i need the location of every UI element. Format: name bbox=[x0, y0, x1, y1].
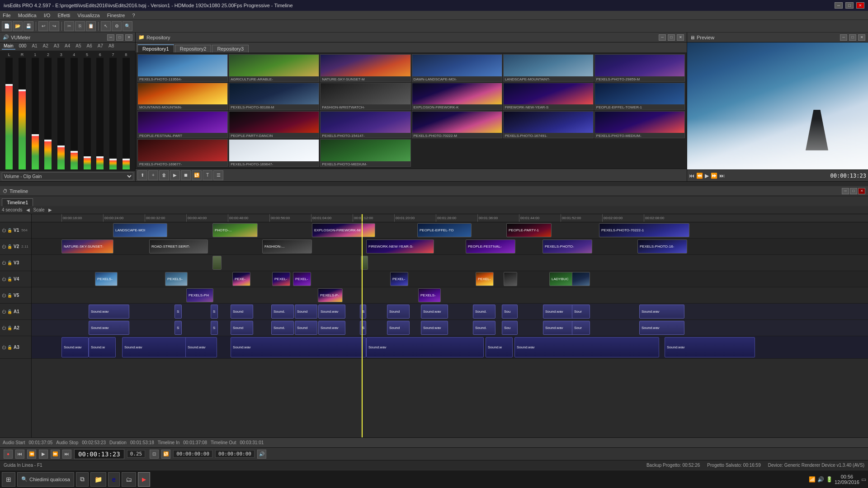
clip-a1-6[interactable]: Sound.wav bbox=[318, 305, 345, 319]
clip-v4-3[interactable]: PEXEL- bbox=[272, 272, 290, 286]
transport-fwd[interactable]: ⏩ bbox=[51, 450, 60, 459]
clip-v4-4[interactable]: PEXEL- bbox=[293, 272, 311, 286]
transport-rewind[interactable]: ⏪ bbox=[27, 450, 36, 459]
clip-a3-0[interactable]: Sound.wav bbox=[61, 337, 89, 357]
clip-a3-1[interactable]: Sound.w bbox=[89, 337, 116, 357]
repo-item-1[interactable]: AGRICULTURE-ARABLE- bbox=[229, 54, 319, 82]
vu-tab-a3[interactable]: A3 bbox=[52, 43, 61, 50]
file-explorer[interactable]: 📁 bbox=[90, 472, 106, 487]
clip-v2-6[interactable]: PEXELS-PHOTO-16- bbox=[637, 239, 687, 253]
a3-lock[interactable]: 🔓 bbox=[7, 345, 12, 350]
clip-v1-1[interactable]: PHOTO-... bbox=[212, 223, 258, 237]
v2-lock[interactable]: 🔓 bbox=[7, 244, 12, 249]
repo-add[interactable]: + bbox=[148, 170, 158, 180]
repo-item-12[interactable]: PEOPLE-FESTIVAL-PART bbox=[137, 111, 228, 139]
clip-a2-9[interactable]: Sound.wav bbox=[421, 321, 448, 335]
v2-power[interactable]: ⏻ bbox=[2, 244, 6, 249]
repo-item-0[interactable]: PEXELS-PHOTO-119564- bbox=[137, 54, 228, 82]
clip-a1-0[interactable]: Sound.wav bbox=[89, 305, 129, 319]
preview-forward[interactable]: ⏩ bbox=[711, 173, 717, 179]
vu-mode-select[interactable]: Volume - Clip Gain bbox=[2, 172, 133, 180]
repo-delete[interactable]: 🗑 bbox=[159, 170, 169, 180]
task-view[interactable]: ⧉ bbox=[76, 472, 89, 487]
scale-left-arrow[interactable]: ◀ bbox=[26, 207, 30, 212]
a3-power[interactable]: ⏻ bbox=[2, 345, 6, 350]
repo-minimize[interactable]: ─ bbox=[659, 34, 666, 41]
clip-a2-10[interactable]: Sound. bbox=[473, 321, 495, 335]
preview-restore[interactable]: □ bbox=[849, 34, 856, 41]
repo-item-5[interactable]: PEXELS-PHOTO-29859-M bbox=[594, 54, 685, 82]
clip-a2-1[interactable]: S bbox=[175, 321, 182, 335]
start-button[interactable]: ⊞ bbox=[2, 472, 15, 487]
volume-icon[interactable]: 🔊 bbox=[817, 476, 824, 483]
clip-a1-9[interactable]: Sound.wav bbox=[421, 305, 448, 319]
transport-snap[interactable]: ⊡ bbox=[150, 450, 159, 459]
clip-a1-8[interactable]: Sound bbox=[387, 305, 410, 319]
clip-a2-8[interactable]: Sound bbox=[387, 321, 410, 335]
clip-a2-5[interactable]: Sound bbox=[295, 321, 317, 335]
clip-a2-3[interactable]: Sound bbox=[231, 321, 253, 335]
repo-item-14[interactable]: PEXELS-PHOTO-154147- bbox=[320, 111, 410, 139]
clip-a1-4[interactable]: Sound. bbox=[271, 305, 294, 319]
clip-v4-7[interactable] bbox=[504, 272, 517, 286]
copy-button[interactable]: ⎘ bbox=[75, 21, 85, 31]
vu-fader[interactable] bbox=[5, 84, 13, 86]
repo-item-10[interactable]: FIREWORK-NEW-YEAR-S bbox=[503, 83, 594, 110]
vu-tab-a4[interactable]: A4 bbox=[63, 43, 72, 50]
undo-button[interactable]: ↩ bbox=[38, 21, 48, 31]
timeline-tab-1[interactable]: Timeline1 bbox=[2, 198, 33, 206]
restore-button[interactable]: □ bbox=[845, 2, 854, 9]
menu-visualizza[interactable]: Visualizza bbox=[77, 13, 99, 18]
repo-close[interactable]: ✕ bbox=[677, 34, 684, 41]
repo-item-7[interactable]: PEXELS-PHOTO-60168-M bbox=[229, 83, 319, 110]
repo-item-4[interactable]: LANDSCAPE-MOUNTAINT- bbox=[503, 54, 594, 82]
preview-close[interactable]: ✕ bbox=[858, 34, 865, 41]
transport-prev-mark[interactable]: ⏮ bbox=[15, 450, 24, 459]
clip-v1-4[interactable]: PEOPLE-PARTY-1 bbox=[506, 223, 552, 237]
clip-a1-1[interactable]: S bbox=[175, 305, 182, 319]
clip-v4-5[interactable]: PEXEL- bbox=[390, 272, 408, 286]
v5-power[interactable]: ⏻ bbox=[2, 293, 6, 298]
repo-item-11[interactable]: PEOPLE-EIFFEL-TOWER-1 bbox=[594, 83, 685, 110]
a1-lock[interactable]: 🔓 bbox=[7, 310, 12, 314]
clip-v2-0[interactable]: NATURE-SKY-SUNSET- bbox=[61, 239, 113, 253]
vumeter-close[interactable]: ✕ bbox=[125, 34, 132, 41]
vu-fader[interactable] bbox=[109, 159, 117, 160]
clip-v2-1[interactable]: ROAD-STREET-SERIT- bbox=[149, 239, 208, 253]
menu-modifica[interactable]: Modifica bbox=[18, 13, 37, 18]
repo-list[interactable]: ☰ bbox=[213, 170, 223, 180]
clip-v1-3[interactable]: PEOPLE-EIFFEL-TO bbox=[417, 223, 472, 237]
clip-a1-12[interactable]: Sound.wav bbox=[543, 305, 575, 319]
clip-v4-0[interactable]: PEXELS- bbox=[95, 272, 118, 286]
vu-fader[interactable] bbox=[71, 151, 78, 153]
clip-v4-1[interactable]: PEXELS- bbox=[165, 272, 188, 286]
clip-a1-11[interactable]: Sou bbox=[502, 305, 518, 319]
repo-play[interactable]: ▶ bbox=[170, 170, 180, 180]
clip-a2-4[interactable]: Sound. bbox=[271, 321, 294, 335]
preview-forward-end[interactable]: ⏭ bbox=[719, 173, 725, 179]
timeline-restore[interactable]: □ bbox=[850, 188, 857, 194]
v1-lock[interactable]: 🔓 bbox=[7, 228, 12, 233]
transport-rec[interactable]: ● bbox=[4, 450, 13, 459]
v3-lock[interactable]: 🔓 bbox=[7, 261, 12, 265]
vu-fader[interactable] bbox=[96, 156, 104, 158]
vu-fader[interactable] bbox=[19, 89, 26, 91]
scale-right-arrow[interactable]: ▶ bbox=[48, 207, 52, 212]
repo-loop[interactable]: 🔁 bbox=[192, 170, 202, 180]
preview-rewind[interactable]: ⏪ bbox=[696, 173, 703, 179]
repo-item-9[interactable]: EXPLOSION-FIREWORK-K bbox=[412, 83, 502, 110]
vu-fader[interactable] bbox=[44, 140, 52, 141]
clip-a1-13[interactable]: Sour bbox=[572, 305, 590, 319]
repo-item-13[interactable]: PEOPLE-PARTY-DANCIN bbox=[229, 111, 319, 139]
clip-v3-0[interactable] bbox=[212, 256, 222, 270]
repo-tab-3[interactable]: Repository3 bbox=[212, 45, 249, 52]
transport-next-mark[interactable]: ⏭ bbox=[62, 450, 71, 459]
clip-a2-7[interactable]: S bbox=[360, 321, 366, 335]
menu-finestre[interactable]: Finestre bbox=[107, 13, 125, 18]
clip-v5-1[interactable]: PEXELS-P- bbox=[318, 288, 343, 302]
clip-a3-3[interactable]: Sound.wav bbox=[185, 337, 217, 357]
clip-v1-2[interactable]: EXPLOSION-FIREWORK-NI bbox=[312, 223, 375, 237]
vu-tab-a2[interactable]: A2 bbox=[41, 43, 50, 50]
timeline-minimize[interactable]: ─ bbox=[842, 188, 849, 194]
clip-a1-3[interactable]: Sound bbox=[231, 305, 253, 319]
